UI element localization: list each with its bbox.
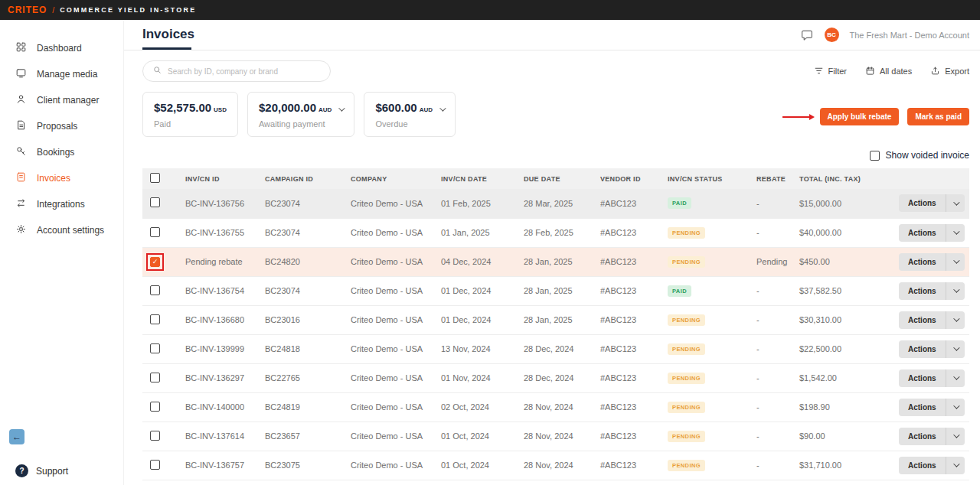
all-dates-button[interactable]: All dates <box>865 66 912 77</box>
cell-inv-date: 01 Nov, 2024 <box>435 363 518 392</box>
actions-button[interactable]: Actions <box>899 253 965 271</box>
cell-company: Criteo Demo - USA <box>345 451 435 480</box>
table-row: BC-INV-140000BC24819Criteo Demo - USA02 … <box>142 392 969 422</box>
mark-as-paid-button[interactable]: Mark as paid <box>907 108 969 125</box>
cell-total: $450.00 <box>793 247 893 276</box>
media-icon <box>15 67 27 81</box>
page-header: Invoices BC The Fresh Mart - Demo Accoun… <box>124 20 980 50</box>
actions-button[interactable]: Actions <box>899 428 965 445</box>
search-box[interactable] <box>142 60 331 82</box>
cell-vendor-id: #ABC123 <box>594 218 662 247</box>
actions-button[interactable]: Actions <box>899 224 965 242</box>
cell-due-date: 28 Jan, 2025 <box>518 276 594 305</box>
avatar[interactable]: BC <box>825 28 839 42</box>
cell-inv-date: 01 Dec, 2024 <box>435 276 518 305</box>
actions-button[interactable]: Actions <box>899 340 965 358</box>
export-button[interactable]: Export <box>930 66 969 77</box>
row-checkbox[interactable] <box>150 285 160 295</box>
cell-company: Criteo Demo - USA <box>345 276 435 305</box>
row-checkbox[interactable] <box>150 197 160 207</box>
cell-rebate: - <box>750 363 793 392</box>
search-input[interactable] <box>168 67 321 76</box>
all-dates-label: All dates <box>880 67 912 76</box>
chevron-down-icon[interactable] <box>946 311 965 329</box>
select-all-checkbox[interactable] <box>150 173 160 183</box>
cell-inv-date: 13 Nov, 2024 <box>435 334 518 363</box>
invoices-icon <box>15 171 27 185</box>
chevron-down-icon[interactable] <box>946 369 965 387</box>
chevron-down-icon[interactable] <box>946 399 965 416</box>
table-row: BC-INV-136756BC23074Criteo Demo - USA01 … <box>142 189 969 218</box>
sidebar-item-label: Proposals <box>37 121 77 132</box>
chevron-down-icon[interactable] <box>946 428 965 445</box>
actions-button[interactable]: Actions <box>899 457 965 474</box>
collapse-sidebar-button[interactable]: ← <box>9 429 24 444</box>
row-checkbox[interactable] <box>150 343 160 353</box>
table-row: BC-INV-137614BC23657Criteo Demo - USA01 … <box>142 422 969 451</box>
client-icon <box>15 93 27 107</box>
apply-bulk-rebate-button[interactable]: Apply bulk rebate <box>820 108 900 125</box>
sidebar-item-account-settings[interactable]: Account settings <box>0 217 123 243</box>
chevron-down-icon[interactable] <box>946 224 965 242</box>
actions-button[interactable]: Actions <box>899 282 965 300</box>
cell-rebate: - <box>750 218 793 247</box>
cell-inv-id: BC-INV-137614 <box>179 422 259 451</box>
settings-icon <box>15 223 27 237</box>
cell-due-date: 28 Nov, 2024 <box>518 392 594 422</box>
search-icon <box>152 64 162 78</box>
row-checkbox[interactable] <box>150 460 160 470</box>
cell-rebate: - <box>750 392 793 422</box>
filter-button[interactable]: Filter <box>814 66 847 77</box>
sidebar-item-dashboard[interactable]: Dashboard <box>0 35 123 61</box>
sidebar-item-label: Invoices <box>37 173 70 184</box>
chat-bubble-icon[interactable] <box>800 28 814 42</box>
sidebar-item-bookings[interactable]: Bookings <box>0 139 123 165</box>
col-header: REBATE <box>750 168 793 189</box>
chevron-down-icon[interactable] <box>439 105 446 111</box>
actions-button[interactable]: Actions <box>899 311 965 329</box>
integrations-icon <box>15 197 27 211</box>
export-icon <box>930 66 940 77</box>
chevron-down-icon[interactable] <box>946 340 965 358</box>
sidebar-item-invoices[interactable]: Invoices <box>0 165 123 191</box>
show-voided-checkbox[interactable] <box>870 151 880 161</box>
sidebar-item-proposals[interactable]: Proposals <box>0 113 123 139</box>
criteo-logo: CRITEO <box>8 5 47 15</box>
chevron-down-icon[interactable] <box>339 105 345 111</box>
status-badge: PENDING <box>668 373 705 384</box>
chevron-down-icon[interactable] <box>946 194 965 212</box>
cell-vendor-id: #ABC123 <box>594 247 662 276</box>
card-currency: AUD <box>318 106 332 113</box>
chevron-down-icon[interactable] <box>946 457 965 474</box>
cell-due-date: 28 Mar, 2025 <box>518 189 594 218</box>
cell-campaign-id: BC24820 <box>259 247 345 276</box>
sidebar-item-client-manager[interactable]: Client manager <box>0 87 123 113</box>
actions-button[interactable]: Actions <box>899 369 965 387</box>
actions-button[interactable]: Actions <box>899 194 965 212</box>
support-button[interactable]: ? Support <box>0 464 123 477</box>
cell-due-date: 28 Dec, 2024 <box>518 334 594 363</box>
question-mark-icon: ? <box>15 464 28 477</box>
filter-label: Filter <box>828 67 847 76</box>
cell-rebate: - <box>750 276 793 305</box>
show-voided-row: Show voided invoice <box>124 150 980 161</box>
row-checkbox[interactable] <box>150 227 160 237</box>
proposals-icon <box>15 119 27 133</box>
chevron-down-icon[interactable] <box>946 253 965 271</box>
cell-inv-id: BC-INV-136757 <box>179 451 259 480</box>
sidebar-item-manage-media[interactable]: Manage media <box>0 61 123 87</box>
cell-campaign-id: BC23074 <box>259 189 345 218</box>
col-header: INV/CN DATE <box>435 168 518 189</box>
sidebar-item-integrations[interactable]: Integrations <box>0 191 123 217</box>
sidebar-item-label: Bookings <box>37 147 74 158</box>
actions-button[interactable]: Actions <box>899 399 965 416</box>
cell-company: Criteo Demo - USA <box>345 247 435 276</box>
status-badge: PENDING <box>668 256 705 268</box>
cell-vendor-id: #ABC123 <box>594 189 662 218</box>
chevron-down-icon[interactable] <box>946 282 965 300</box>
row-checkbox[interactable] <box>150 402 160 412</box>
row-checkbox[interactable] <box>150 431 160 441</box>
row-checkbox[interactable] <box>150 314 160 324</box>
account-name[interactable]: The Fresh Mart - Demo Account <box>850 31 970 40</box>
row-checkbox[interactable] <box>150 373 160 382</box>
